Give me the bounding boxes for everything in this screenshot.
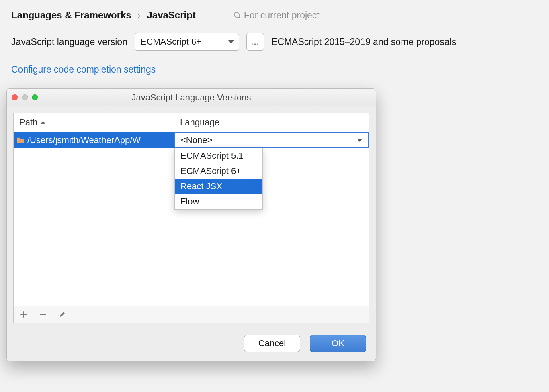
language-versions-dialog: JavaScript Language Versions Path Langua…: [6, 88, 376, 361]
language-version-select[interactable]: ECMAScript 6+: [135, 33, 239, 51]
ok-button[interactable]: OK: [310, 335, 366, 352]
breadcrumb-root[interactable]: Languages & Frameworks: [11, 10, 131, 21]
ellipsis-icon: ...: [251, 37, 259, 47]
language-version-label: JavaScript language version: [11, 37, 127, 47]
table-row[interactable]: /Users/jsmith/WeatherApp/W <None> ECMASc…: [14, 132, 369, 148]
chevron-down-icon: [228, 40, 234, 43]
dialog-titlebar: JavaScript Language Versions: [7, 89, 376, 106]
copy-icon: [234, 12, 241, 19]
minus-icon: [39, 311, 47, 318]
cancel-button[interactable]: Cancel: [244, 335, 300, 352]
chevron-down-icon: [357, 139, 363, 142]
dropdown-option[interactable]: React JSX: [175, 179, 262, 194]
remove-button[interactable]: [38, 309, 48, 320]
language-version-more-button[interactable]: ...: [246, 33, 264, 51]
dialog-title: JavaScript Language Versions: [7, 92, 376, 103]
plus-icon: [20, 311, 27, 318]
row-language-dropdown: ECMAScript 5.1 ECMAScript 6+ React JSX F…: [174, 148, 263, 210]
pencil-icon: [59, 311, 66, 318]
sort-ascending-icon: [41, 121, 45, 124]
dropdown-option[interactable]: Flow: [175, 194, 262, 209]
language-version-hint: ECMAScript 2015–2019 and some proposals: [271, 37, 456, 47]
dropdown-option[interactable]: ECMAScript 5.1: [175, 148, 262, 163]
breadcrumb-separator: ›: [138, 11, 141, 20]
configure-code-completion-link[interactable]: Configure code completion settings: [11, 64, 538, 75]
table-toolbar: [14, 306, 369, 323]
folder-icon: [16, 137, 25, 144]
scope-label: For current project: [244, 10, 320, 21]
path-text: /Users/jsmith/WeatherApp/W: [27, 135, 141, 145]
language-versions-table: Path Language /Users/jsmith/WeatherApp/W…: [13, 113, 369, 323]
breadcrumb: Languages & Frameworks › JavaScript: [11, 10, 196, 21]
column-header-language[interactable]: Language: [174, 113, 369, 132]
row-language-value: <None>: [181, 135, 212, 145]
breadcrumb-leaf[interactable]: JavaScript: [147, 10, 195, 21]
language-version-value: ECMAScript 6+: [141, 37, 201, 47]
add-button[interactable]: [18, 309, 29, 320]
svg-rect-0: [236, 14, 240, 18]
edit-button[interactable]: [57, 309, 68, 320]
dropdown-option[interactable]: ECMAScript 6+: [175, 163, 262, 179]
language-cell: <None> ECMAScript 5.1 ECMAScript 6+ Reac…: [174, 132, 369, 148]
scope-badge: For current project: [234, 10, 320, 21]
column-header-path-label: Path: [19, 117, 37, 128]
column-header-path[interactable]: Path: [14, 113, 174, 132]
row-language-select[interactable]: <None>: [174, 132, 369, 148]
path-cell[interactable]: /Users/jsmith/WeatherApp/W: [14, 132, 174, 148]
